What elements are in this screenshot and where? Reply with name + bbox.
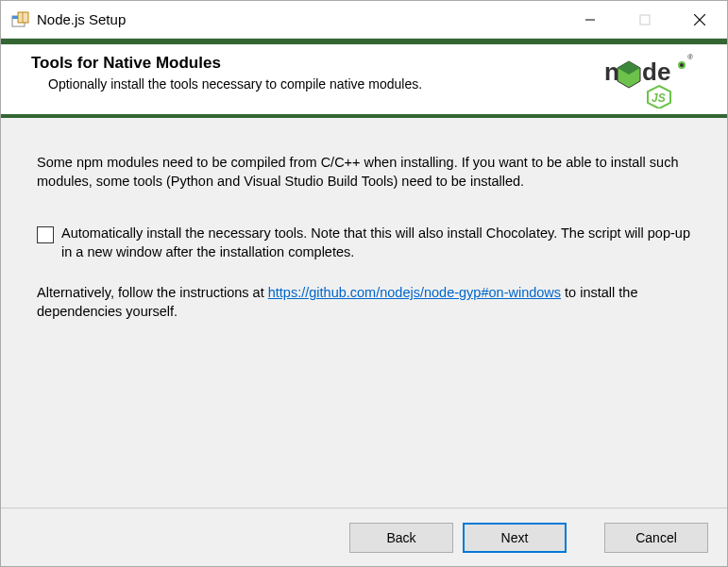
window-title: Node.js Setup bbox=[37, 11, 563, 27]
maximize-button bbox=[618, 1, 672, 38]
button-bar: Back Next Cancel bbox=[1, 508, 727, 566]
alt-text-pre: Alternatively, follow the instructions a… bbox=[37, 285, 268, 300]
auto-install-checkbox[interactable] bbox=[37, 226, 54, 243]
page-subtitle: Optionally install the tools necessary t… bbox=[48, 76, 595, 92]
node-gyp-link[interactable]: https://github.com/nodejs/node-gyp#on-wi… bbox=[268, 285, 561, 300]
nodejs-logo: n de ® JS bbox=[595, 52, 708, 108]
titlebar: Node.js Setup bbox=[1, 1, 727, 39]
cancel-button[interactable]: Cancel bbox=[604, 523, 708, 553]
svg-rect-5 bbox=[640, 15, 650, 25]
close-button[interactable] bbox=[672, 1, 727, 38]
header-text: Tools for Native Modules Optionally inst… bbox=[31, 52, 595, 92]
auto-install-label: Automatically install the necessary tool… bbox=[61, 225, 691, 261]
next-button[interactable]: Next bbox=[463, 523, 567, 553]
svg-text:®: ® bbox=[687, 53, 693, 61]
installer-window: Node.js Setup Tools for Native Modules O… bbox=[0, 0, 728, 567]
installer-icon bbox=[10, 10, 29, 29]
auto-install-checkbox-row: Automatically install the necessary tool… bbox=[37, 225, 691, 261]
intro-text: Some npm modules need to be compiled fro… bbox=[37, 154, 691, 191]
svg-point-13 bbox=[680, 63, 684, 67]
content-area: Some npm modules need to be compiled fro… bbox=[1, 118, 727, 508]
window-controls bbox=[563, 1, 727, 38]
minimize-button[interactable] bbox=[563, 1, 618, 38]
header-area: Tools for Native Modules Optionally inst… bbox=[1, 44, 727, 118]
svg-rect-2 bbox=[18, 12, 28, 23]
alternative-text: Alternatively, follow the instructions a… bbox=[37, 284, 691, 321]
page-title: Tools for Native Modules bbox=[31, 54, 595, 73]
svg-text:JS: JS bbox=[652, 92, 666, 105]
back-button[interactable]: Back bbox=[349, 523, 453, 553]
svg-text:de: de bbox=[642, 58, 670, 86]
